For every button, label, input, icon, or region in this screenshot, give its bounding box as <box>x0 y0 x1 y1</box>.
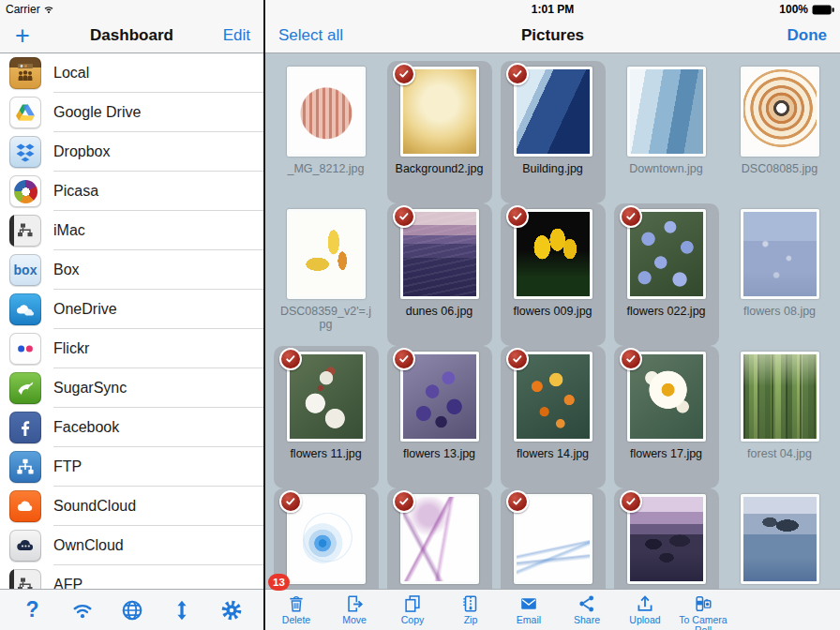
ftp-icon <box>9 451 41 483</box>
action-copy[interactable]: Copy <box>383 593 442 625</box>
sidebar-item-flickr[interactable]: Flickr <box>0 329 263 368</box>
share-icon <box>577 593 597 614</box>
service-label: OneDrive <box>53 301 117 318</box>
sidebar-item-sugarsync[interactable]: SugarSync <box>0 368 263 408</box>
sidebar-item-box[interactable]: box Box <box>0 250 263 290</box>
file-name: Downtown.jpg <box>629 162 703 175</box>
file-item-fractal-blue[interactable] <box>274 488 379 589</box>
email-icon <box>518 593 539 614</box>
action-label: Move <box>342 615 367 625</box>
action-email[interactable]: Email <box>500 593 558 625</box>
file-name: flowers 13.jpg <box>403 447 475 460</box>
selected-check-icon <box>620 490 642 513</box>
file-item-lake-rocks[interactable] <box>728 488 832 589</box>
action-label: Zip <box>464 615 478 625</box>
selected-check-icon <box>620 348 642 370</box>
action-to-camera-roll[interactable]: To Camera Roll <box>674 593 732 630</box>
file-item-flowers-022-jpg[interactable]: flowers 022.jpg <box>614 203 719 346</box>
services-list: Local Google Drive Dropbox Picasa iMac b… <box>0 53 263 589</box>
file-item-flowers-14-jpg[interactable]: flowers 14.jpg <box>501 346 606 488</box>
file-item-flowers-11-jpg[interactable]: flowers 11.jpg <box>274 346 379 488</box>
selected-check-icon <box>279 348 302 370</box>
service-label: Google Drive <box>53 104 141 121</box>
file-item-dsc08085-jpg[interactable]: DSC08085.jpg <box>728 61 832 203</box>
service-label: Dropbox <box>53 143 110 160</box>
carrier-text: Carrier <box>6 3 40 16</box>
action-delete[interactable]: Delete <box>267 593 325 625</box>
main-header: Select all Pictures Done <box>265 19 840 53</box>
file-thumbnail <box>287 67 366 157</box>
flickr-icon <box>9 333 41 365</box>
clock: 1:01 PM <box>265 3 840 16</box>
picasa-icon <box>9 175 41 207</box>
globe-icon[interactable] <box>119 597 145 623</box>
action-label: Share <box>574 615 600 625</box>
app-window: Carrier + Dashboard Edit Local Google Dr… <box>0 0 840 630</box>
google-drive-icon <box>9 97 41 128</box>
page-title: Pictures <box>265 26 840 45</box>
file-name: _MG_8212.jpg <box>287 162 364 175</box>
sidebar-item-imac[interactable]: iMac <box>0 211 263 250</box>
sidebar-toolbar: ? <box>0 589 263 630</box>
service-label: OwnCloud <box>53 537 124 554</box>
file-item-flowers-13-jpg[interactable]: flowers 13.jpg <box>387 346 492 488</box>
sidebar-item-local[interactable]: Local <box>0 53 263 93</box>
file-item-flowers-009-jpg[interactable]: flowers 009.jpg <box>501 203 606 346</box>
copy-icon <box>402 593 423 614</box>
file-item-icy-lake[interactable] <box>614 488 719 589</box>
file-thumbnail <box>741 352 819 442</box>
settings-icon[interactable] <box>218 597 245 623</box>
action-share[interactable]: Share <box>558 593 616 625</box>
sidebar-item-google-drive[interactable]: Google Drive <box>0 93 263 132</box>
selected-check-icon <box>620 205 642 228</box>
action-label: Upload <box>629 615 660 625</box>
file-name: DSC08359_v2'=.jpg <box>278 305 375 332</box>
help-icon[interactable]: ? <box>20 597 46 623</box>
file-item-flowers-08-jpg[interactable]: flowers 08.jpg <box>728 203 832 346</box>
computer-icon <box>9 569 41 589</box>
file-item-fractal-purple[interactable] <box>387 488 492 589</box>
local-icon <box>9 57 41 89</box>
transfers-icon[interactable] <box>169 597 195 623</box>
service-label: iMac <box>53 222 85 239</box>
file-name: flowers 08.jpg <box>743 305 816 318</box>
file-name: dunes 06.jpg <box>406 305 473 318</box>
wifi-icon[interactable] <box>69 597 96 623</box>
sidebar-item-onedrive[interactable]: OneDrive <box>0 290 263 329</box>
file-item-flowers-17-jpg[interactable]: flowers 17.jpg <box>614 346 719 488</box>
file-item-building-jpg[interactable]: Building.jpg <box>501 61 606 203</box>
action-zip[interactable]: Zip <box>442 593 500 625</box>
box-icon: box <box>9 254 41 286</box>
sidebar-item-facebook[interactable]: Facebook <box>0 408 263 447</box>
file-item-background2-jpg[interactable]: Background2.jpg <box>387 61 492 203</box>
owncloud-icon <box>9 530 41 562</box>
add-connection-button[interactable]: + <box>15 26 30 45</box>
sidebar-item-ftp[interactable]: FTP <box>0 447 263 487</box>
selected-check-icon <box>506 348 529 370</box>
file-item-fractal-lines[interactable] <box>501 488 606 589</box>
action-label: To Camera Roll <box>674 615 732 630</box>
dropbox-icon <box>9 136 41 168</box>
sidebar-item-afp[interactable]: AFP <box>0 565 263 589</box>
service-label: SugarSync <box>53 380 127 397</box>
sidebar-item-dropbox[interactable]: Dropbox <box>0 132 263 172</box>
service-label: Facebook <box>53 419 119 436</box>
edit-button[interactable]: Edit <box>223 26 250 45</box>
upload-icon <box>635 593 655 614</box>
file-item-forest-04-jpg[interactable]: forest 04.jpg <box>728 346 832 488</box>
main-panel: 1:01 PM 100% Select all Pictures Done _M… <box>265 0 840 630</box>
select-all-button[interactable]: Select all <box>278 26 343 45</box>
file-item-dunes-06-jpg[interactable]: dunes 06.jpg <box>387 203 492 346</box>
sidebar-item-picasa[interactable]: Picasa <box>0 172 263 211</box>
trash-icon <box>286 593 307 614</box>
sidebar-item-owncloud[interactable]: OwnCloud <box>0 526 263 565</box>
service-label: Local <box>53 65 89 82</box>
file-item-mg-8212-jpg[interactable]: _MG_8212.jpg <box>274 61 379 203</box>
file-item-downtown-jpg[interactable]: Downtown.jpg <box>614 61 719 203</box>
selected-check-icon <box>506 490 529 513</box>
sidebar-item-soundcloud[interactable]: SoundCloud <box>0 487 263 526</box>
action-upload[interactable]: Upload <box>616 593 674 625</box>
done-button[interactable]: Done <box>788 26 828 45</box>
action-move[interactable]: Move <box>325 593 383 625</box>
file-item-dsc08359-v2-jpg[interactable]: DSC08359_v2'=.jpg <box>274 203 379 346</box>
